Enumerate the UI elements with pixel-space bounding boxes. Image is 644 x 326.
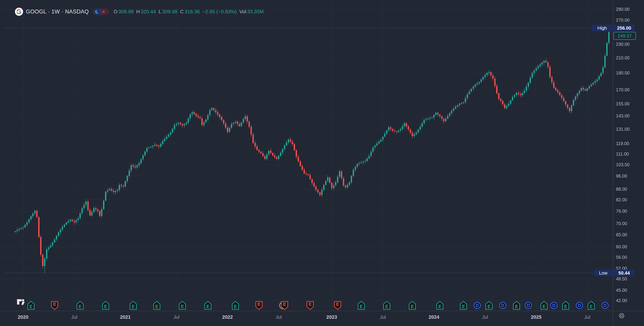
- earnings-marker-up-icon[interactable]: E: [460, 301, 466, 309]
- candle: [111, 189, 112, 191]
- dividend-marker-icon[interactable]: D: [551, 302, 557, 308]
- volume-label: Vol: [239, 9, 246, 14]
- candle: [518, 93, 519, 94]
- candle: [424, 120, 425, 124]
- candle: [221, 117, 222, 120]
- candle: [516, 93, 517, 95]
- candle: [592, 83, 594, 84]
- svg-text:D: D: [603, 303, 606, 308]
- candle: [80, 213, 81, 218]
- candle: [26, 222, 28, 225]
- candle: [144, 152, 146, 155]
- candle: [524, 91, 525, 93]
- candle: [66, 222, 67, 224]
- market-status-pill[interactable]: ≈: [93, 8, 109, 15]
- candle: [469, 92, 470, 94]
- earnings-marker-up-icon[interactable]: E: [77, 301, 84, 309]
- candle: [28, 219, 30, 222]
- candle: [82, 208, 83, 213]
- earnings-marker-down-icon[interactable]: E: [334, 302, 341, 310]
- earnings-marker-up-icon[interactable]: E: [205, 301, 211, 309]
- tradingview-logo-watermark: [16, 299, 26, 306]
- candle: [298, 157, 299, 162]
- candle: [72, 220, 73, 221]
- symbol-legend[interactable]: GOOGL · 1W · NASDAQ ≈ O309.98 H320.44 L3…: [15, 8, 264, 16]
- candle: [569, 108, 570, 111]
- time-axis[interactable]: 2020Jul2021Jul2022Jul2023Jul2024Jul2025J…: [18, 314, 590, 320]
- candle: [372, 148, 374, 152]
- candle: [598, 76, 600, 80]
- candle: [431, 118, 432, 118]
- candle: [284, 146, 285, 149]
- price-tick-label: 170.00: [616, 87, 630, 92]
- earnings-marker-up-icon[interactable]: E: [358, 301, 364, 309]
- candle: [219, 114, 220, 117]
- time-axis-label: Jul: [380, 314, 386, 320]
- price-axis[interactable]: 290.00270.00230.00210.00190.00170.00155.…: [592, 7, 636, 303]
- earnings-marker-up-icon[interactable]: E: [130, 301, 136, 309]
- price-tick-label: 230.00: [616, 42, 630, 47]
- candle: [172, 129, 173, 132]
- price-tick-label: 42.00: [616, 298, 627, 303]
- candlestick-chart[interactable]: EEEEEEEEEEEEEEEEEEDEDEDEDEDED290.00270.0…: [0, 0, 644, 326]
- candle: [353, 170, 354, 176]
- candle: [203, 122, 204, 125]
- earnings-marker-up-icon[interactable]: E: [588, 301, 594, 309]
- earnings-marker-up-icon[interactable]: E: [179, 301, 186, 309]
- candle: [107, 190, 108, 192]
- earnings-marker-up-icon[interactable]: E: [541, 301, 547, 309]
- candle: [428, 118, 428, 119]
- google-logo-icon: [16, 9, 22, 14]
- earnings-marker-down-icon[interactable]: E: [307, 302, 313, 310]
- low-value: 309.98: [162, 9, 178, 14]
- candle: [50, 246, 51, 248]
- dividend-marker-icon[interactable]: D: [525, 302, 532, 308]
- earnings-marker-up-icon[interactable]: E: [232, 301, 238, 309]
- earnings-marker-up-icon[interactable]: E: [513, 301, 520, 309]
- candle: [152, 146, 154, 147]
- dividend-marker-icon[interactable]: D: [602, 302, 608, 308]
- svg-text:D: D: [476, 303, 479, 308]
- candle: [194, 112, 195, 114]
- candle: [128, 170, 130, 176]
- candle: [402, 126, 403, 129]
- dividend-marker-icon[interactable]: D: [576, 302, 582, 308]
- candle: [140, 159, 142, 163]
- earnings-marker-up-icon[interactable]: E: [436, 301, 443, 309]
- price-tick-label: 103.50: [616, 162, 630, 167]
- candle: [76, 220, 77, 222]
- candle: [248, 122, 250, 127]
- dividend-marker-icon[interactable]: D: [474, 302, 480, 308]
- candle: [130, 165, 132, 170]
- svg-text:E: E: [542, 304, 546, 309]
- earnings-marker-up-icon[interactable]: E: [102, 301, 109, 309]
- candle: [70, 220, 71, 221]
- candle: [174, 125, 175, 129]
- symbol-title[interactable]: GOOGL · 1W · NASDAQ: [26, 8, 89, 15]
- svg-text:E: E: [590, 304, 593, 309]
- tradingview-chart-window: EEEEEEEEEEEEEEEEEEDEDEDEDEDED290.00270.0…: [0, 0, 644, 326]
- candle: [368, 156, 370, 158]
- earnings-marker-down-icon[interactable]: E: [281, 302, 288, 310]
- earnings-marker-down-icon[interactable]: E: [256, 302, 262, 310]
- candle: [311, 179, 312, 183]
- earnings-marker-up-icon[interactable]: E: [28, 301, 34, 309]
- earnings-marker-up-icon[interactable]: E: [562, 301, 569, 309]
- settings-icon[interactable]: [618, 312, 626, 320]
- earnings-marker-up-icon[interactable]: E: [154, 301, 160, 309]
- candle: [490, 72, 492, 76]
- earnings-marker-up-icon[interactable]: E: [384, 301, 390, 309]
- candle: [404, 124, 405, 126]
- candle: [467, 94, 468, 98]
- dividend-marker-icon[interactable]: D: [500, 302, 506, 308]
- candle: [325, 181, 326, 185]
- candle: [355, 167, 356, 170]
- earnings-marker-up-icon[interactable]: E: [486, 301, 492, 309]
- candle: [56, 236, 57, 240]
- candle: [337, 177, 338, 182]
- candle: [138, 163, 140, 165]
- earnings-marker-down-icon[interactable]: E: [52, 302, 58, 310]
- candle: [302, 166, 303, 170]
- earnings-marker-up-icon[interactable]: E: [409, 301, 416, 309]
- candle: [93, 208, 94, 212]
